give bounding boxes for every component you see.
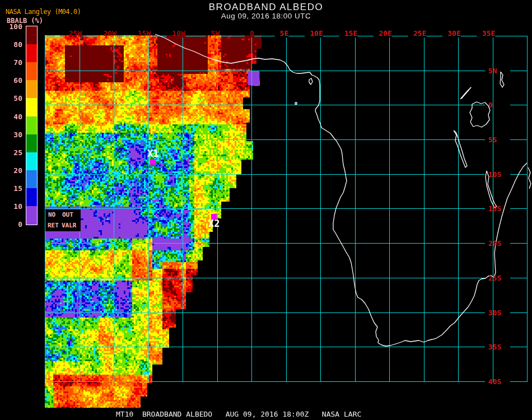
colorbar-segment [26, 26, 37, 45]
lon-label-20E: 20E [379, 30, 392, 37]
lon-label-5E: 5E [280, 30, 289, 37]
colorbar-tick-label: 15 [1, 184, 22, 193]
no-retrieval-legend: NO OUT RET VALR [45, 209, 81, 231]
colorbar-tick-label: 30 [1, 130, 22, 139]
colorbar-segment [26, 188, 37, 207]
colorbar-tick-label: 50 [1, 94, 22, 102]
colorbar-tick-label: 80 [1, 40, 22, 49]
lon-label-25W: 25W [69, 30, 82, 37]
colorbar-segment [26, 98, 37, 116]
albedo-colorbar [26, 26, 38, 225]
lon-label-35E: 35E [482, 30, 495, 37]
page-subtitle: Aug 09, 2016 18:00 UTC [154, 12, 378, 20]
colorbar-segment [26, 80, 37, 99]
lat-label-5S: 5S [488, 136, 508, 143]
lat-label-25S: 25S [488, 274, 508, 282]
lat-label-5N: 5N [488, 67, 508, 74]
lat-label-20S: 20S [488, 240, 508, 247]
colorbar-segment [26, 206, 37, 225]
footer-bar-text: MT10 BROADBAND ALBEDO AUG 09, 2016 18:00… [116, 410, 361, 418]
colorbar-tick-label: 10 [1, 202, 22, 211]
colorbar-tick-label: 0 [1, 220, 22, 228]
satellite-albedo-viewer: BROADBAND ALBEDO Aug 09, 2016 18:00 UTC … [0, 0, 532, 420]
lon-label-10W: 10W [172, 30, 185, 37]
colorbar-tick-label: 70 [1, 58, 22, 67]
colorbar-tick-label: 60 [1, 76, 22, 85]
colorbar-segment [26, 134, 37, 153]
lat-label-40S: 40S [488, 378, 508, 385]
colorbar-segment [26, 62, 37, 81]
colorbar-segment [26, 44, 37, 63]
legend-ret: RET [48, 222, 59, 228]
page-title: BROADBAND ALBEDO [154, 2, 378, 13]
colorbar-tick-label: 25 [1, 148, 22, 157]
lon-label-20W: 20W [104, 30, 116, 37]
marker-label-X2: X2 [208, 219, 220, 228]
colorbar-segment [26, 116, 37, 135]
legend-no: NO [48, 212, 55, 218]
lon-label-0: 0 [250, 30, 254, 37]
lon-label-15W: 15W [138, 30, 151, 37]
lat-label-35S: 35S [488, 343, 508, 351]
legend-out: OUT [62, 212, 73, 218]
lon-label-10E: 10E [310, 30, 323, 37]
lon-label-5W: 5W [211, 30, 220, 37]
marker-square-X1 [150, 159, 156, 165]
lat-label-10S: 10S [488, 171, 508, 178]
lon-label-30E: 30E [448, 30, 461, 37]
colorbar-segment [26, 152, 37, 171]
colorbar-tick-label: 20 [1, 166, 22, 175]
lon-label-15E: 15E [344, 30, 357, 37]
lon-label-25E: 25E [413, 30, 426, 37]
lat-label-15S: 15S [488, 205, 508, 212]
lat-label-0: 0 [488, 101, 508, 109]
lat-label-30S: 30S [488, 309, 508, 316]
colorbar-tick-label: 40 [1, 113, 22, 121]
colorbar-tick-label: 100 [1, 22, 22, 31]
colorbar-segment [26, 170, 37, 189]
source-label: NASA Langley (M04.0) [6, 8, 81, 16]
legend-valr: VALR [62, 222, 77, 228]
marker-label-X1: X1 [147, 149, 158, 158]
